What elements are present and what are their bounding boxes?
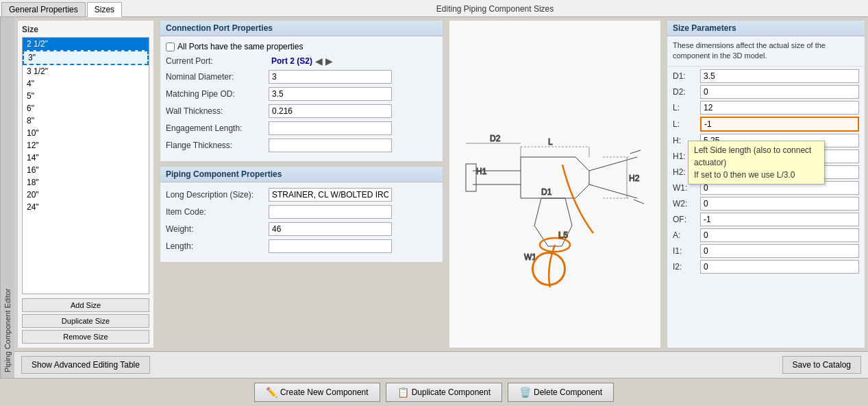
param-row: D2:	[673, 85, 859, 99]
param-input[interactable]	[700, 197, 859, 211]
diagram-area: D2 L H2 W1 H1	[449, 20, 661, 348]
field-label: Wall Thickness:	[166, 106, 269, 116]
connection-field-row: Nominal Diameter:	[166, 70, 437, 84]
size-item[interactable]: 5"	[23, 90, 149, 102]
size-parameters-panel: Size Parameters These dimensions affect …	[667, 20, 865, 348]
create-btn-label: Create New Component	[280, 387, 369, 397]
piping-field-row: Item Code:	[166, 205, 437, 219]
delete-component-btn[interactable]: 🗑️ Delete Component	[508, 383, 614, 402]
size-item[interactable]: 3"	[23, 50, 149, 65]
field-input[interactable]	[269, 70, 392, 84]
size-item[interactable]: 10"	[23, 127, 149, 139]
window-title: Editing Piping Component Sizes	[123, 1, 867, 16]
connection-field-row: Engagement Length:	[166, 121, 437, 135]
current-port-row: Current Port: Port 2 (S2) ◀ ▶	[166, 56, 437, 67]
svg-line-6	[634, 200, 644, 204]
connection-field-row: Wall Thickness:	[166, 104, 437, 118]
field-input[interactable]	[269, 239, 392, 253]
field-label: Matching Pipe OD:	[166, 89, 269, 99]
connection-fields: Nominal Diameter: Matching Pipe OD: Wall…	[166, 70, 437, 152]
size-item[interactable]: 18"	[23, 176, 149, 189]
piping-fields: Long Description (Size): Item Code: Weig…	[160, 182, 443, 262]
size-panel-title: Size	[22, 25, 149, 34]
tooltip-box: Left Side length (also to connect actuat…	[688, 141, 825, 184]
connection-port-header: Connection Port Properties	[160, 21, 443, 36]
svg-text:L5: L5	[558, 230, 568, 240]
size-item[interactable]: 8"	[23, 115, 149, 127]
size-item[interactable]: 14"	[23, 152, 149, 164]
size-item[interactable]: 24"	[23, 201, 149, 213]
tab-sizes[interactable]: Sizes	[87, 2, 122, 17]
current-port-value: Port 2 (S2)	[271, 56, 312, 66]
field-input[interactable]	[269, 222, 392, 236]
size-item[interactable]: 4"	[23, 77, 149, 90]
field-input[interactable]	[269, 121, 392, 135]
piping-field-row: Length:	[166, 239, 437, 253]
svg-text:H2: H2	[629, 174, 640, 183]
piping-field-row: Weight:	[166, 222, 437, 236]
param-input[interactable]	[700, 228, 859, 242]
piping-component-header: Piping Component Properties	[160, 167, 443, 182]
param-input[interactable]	[700, 101, 859, 115]
tooltip-line2: If set to 0 then we use L/3.0	[694, 169, 819, 181]
delete-icon: 🗑️	[519, 387, 531, 398]
size-item[interactable]: 16"	[23, 164, 149, 176]
size-item[interactable]: 12"	[23, 139, 149, 152]
port-prev-icon[interactable]: ◀	[315, 56, 323, 67]
connection-field-row: Matching Pipe OD:	[166, 87, 437, 101]
duplicate-component-btn[interactable]: 📋 Duplicate Component	[386, 383, 502, 402]
param-input[interactable]	[700, 85, 859, 99]
param-input[interactable]	[700, 117, 859, 132]
size-list[interactable]: 2 1/2"3"3 1/2"4"5"6"8"10"12"14"16"18"20"…	[22, 37, 149, 294]
piping-field-row: Long Description (Size):	[166, 188, 437, 202]
param-row: W2:	[673, 197, 859, 211]
param-input[interactable]	[700, 69, 859, 83]
side-label: Piping Component Editor	[0, 17, 14, 378]
svg-text:D2: D2	[490, 134, 501, 143]
remove-size-btn[interactable]: Remove Size	[22, 330, 149, 344]
field-label: Item Code:	[166, 207, 269, 217]
field-input[interactable]	[269, 104, 392, 118]
param-input[interactable]	[700, 213, 859, 226]
port-next-icon[interactable]: ▶	[325, 56, 333, 67]
field-input[interactable]	[269, 139, 392, 152]
tab-general-properties[interactable]: General Properties	[1, 2, 86, 16]
connection-port-panel: Connection Port Properties All Ports hav…	[160, 20, 443, 162]
svg-text:L: L	[548, 137, 553, 147]
field-label: Flange Thickness:	[166, 141, 269, 150]
middle-panels: Connection Port Properties All Ports hav…	[160, 20, 443, 348]
size-item[interactable]: 3 1/2"	[23, 65, 149, 77]
param-input[interactable]	[700, 244, 859, 258]
field-label: Length:	[166, 241, 269, 251]
param-input[interactable]	[700, 260, 859, 274]
field-input[interactable]	[269, 188, 392, 202]
size-item[interactable]: 2 1/2"	[23, 38, 149, 50]
all-ports-label: All Ports have the same properties	[177, 42, 303, 51]
size-parameters-desc: These dimensions affect the actual size …	[667, 36, 865, 67]
save-to-catalog-btn[interactable]: Save to Catalog	[782, 356, 861, 374]
size-panel: Size 2 1/2"3"3 1/2"4"5"6"8"10"12"14"16"1…	[17, 20, 154, 348]
all-ports-checkbox[interactable]	[166, 43, 175, 51]
param-label: I1:	[673, 246, 700, 256]
svg-text:D1: D1	[541, 187, 552, 197]
component-diagram: D2 L H2 W1 H1	[452, 82, 658, 287]
show-advanced-btn[interactable]: Show Advanced Editing Table	[21, 356, 150, 374]
create-new-component-btn[interactable]: ✏️ Create New Component	[254, 383, 380, 402]
tab-bar: General Properties Sizes Editing Piping …	[0, 0, 868, 17]
duplicate-size-btn[interactable]: Duplicate Size	[22, 314, 149, 328]
add-size-btn[interactable]: Add Size	[22, 298, 149, 312]
field-input[interactable]	[269, 87, 392, 101]
svg-rect-2	[466, 164, 476, 191]
field-input[interactable]	[269, 205, 392, 219]
size-parameters-body: D1: D2: L: L: H: H1: H2: W1: W2: OF: A: …	[667, 67, 865, 348]
param-row: I2:	[673, 260, 859, 274]
create-icon: ✏️	[266, 387, 277, 398]
svg-text:H1: H1	[476, 167, 487, 176]
size-item[interactable]: 20"	[23, 189, 149, 201]
param-row: L:	[673, 101, 859, 115]
param-row: A:	[673, 228, 859, 242]
param-row: I1:	[673, 244, 859, 258]
field-label: Weight:	[166, 224, 269, 234]
delete-btn-label: Delete Component	[534, 387, 602, 397]
size-item[interactable]: 6"	[23, 102, 149, 115]
